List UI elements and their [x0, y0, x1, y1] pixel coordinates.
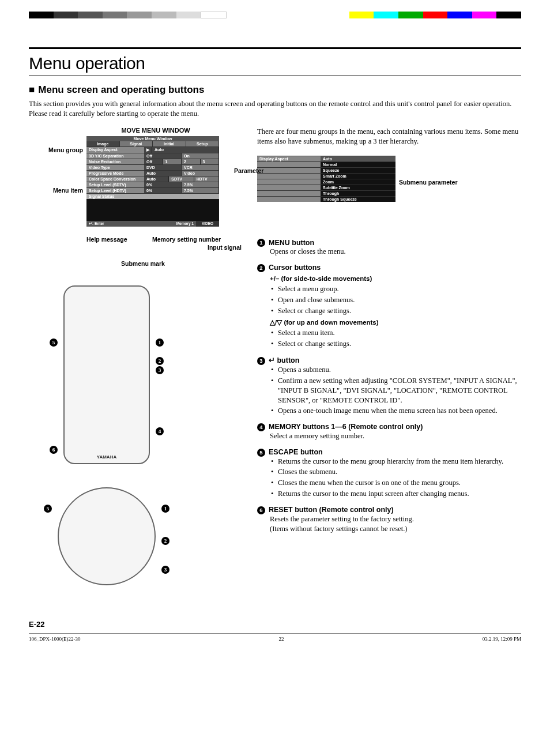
label-menu-group: Menu group	[25, 146, 83, 153]
intro-text: This section provides you with general i…	[29, 99, 521, 119]
tab-initial: Initial	[153, 141, 186, 146]
page-title: Menu operation	[29, 54, 521, 73]
button-desc-5: 5ESCAPE buttonReturns the cursor to the …	[257, 448, 521, 499]
label-memory-setting: Memory setting number	[152, 236, 221, 243]
label-input-signal: Input signal	[208, 244, 242, 251]
registration-colorbar	[29, 12, 521, 18]
label-menu-item: Menu item	[25, 187, 83, 194]
button-desc-6: 6RESET button (Remote control only)Reset…	[257, 506, 521, 533]
label-submenu-parameter: Submenu parameter	[399, 179, 458, 186]
button-desc-2: 2Cursor buttons+/– (for side-to-side mov…	[257, 264, 521, 349]
menu-header: Move Menu Window	[86, 136, 219, 141]
move-menu-label: MOVE MENU WINDOW	[69, 127, 242, 134]
menu-diagram: Menu group Menu item Move Menu Window Im…	[29, 136, 242, 270]
button-desc-3: 3↵ buttonOpens a submenu.Confirm a new s…	[257, 356, 521, 416]
control-panel-diagram: 1 2 3 5	[29, 487, 242, 585]
right-intro: There are four menu groups in the menu, …	[257, 127, 521, 146]
button-desc-1: 1MENU buttonOpens or closes the menu.	[257, 239, 521, 257]
footer-info: 106_DPX-1000(E)22-30 22 03.2.19, 12:09 P…	[29, 633, 521, 642]
tab-image: Image	[86, 141, 120, 146]
submenu-table: Display AspectAuto Normal Squeeze Smart …	[257, 156, 395, 202]
button-desc-4: 4MEMORY buttons 1—6 (Remote control only…	[257, 423, 521, 441]
main-menu-table: Move Menu Window Image Signal Initial Se…	[86, 136, 219, 227]
page-number: E-22	[29, 620, 521, 629]
label-help-message: Help message	[86, 236, 127, 243]
section-heading: Menu screen and operating buttons	[29, 84, 521, 96]
tab-signal: Signal	[120, 141, 153, 146]
menu-tabs: Image Signal Initial Setup	[86, 141, 219, 146]
tab-setup: Setup	[186, 141, 220, 146]
label-parameter: Parameter	[234, 167, 498, 174]
label-submenu-mark: Submenu mark	[121, 260, 165, 267]
remote-control-diagram: 1 2 3 4 5 6	[29, 285, 242, 464]
